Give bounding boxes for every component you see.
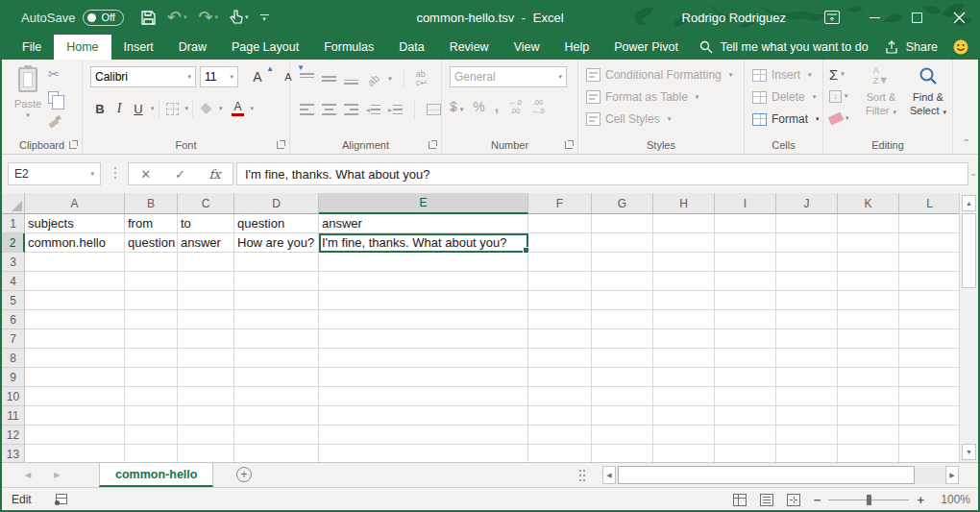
- ribbon-tab-data[interactable]: Data: [386, 35, 436, 60]
- cell-L8[interactable]: [899, 349, 959, 368]
- select-all-corner[interactable]: [2, 193, 25, 214]
- close-button[interactable]: [938, 0, 980, 35]
- cell-J10[interactable]: [776, 387, 838, 406]
- cell-G2[interactable]: [592, 233, 653, 253]
- cell-J13[interactable]: [776, 445, 838, 462]
- cell-L2[interactable]: [899, 233, 959, 253]
- cell-I9[interactable]: [715, 368, 776, 387]
- cell-E6[interactable]: [319, 310, 528, 329]
- ribbon-tab-view[interactable]: View: [502, 35, 552, 60]
- customize-quick-access-button[interactable]: ▾: [255, 0, 275, 35]
- row-header-2[interactable]: 2: [2, 233, 25, 253]
- cell-K5[interactable]: [838, 291, 899, 310]
- cell-B1[interactable]: from: [125, 214, 178, 233]
- format-cells-button[interactable]: Format▾: [752, 110, 820, 129]
- cell-L5[interactable]: [899, 291, 959, 310]
- cell-H11[interactable]: [653, 406, 715, 426]
- cell-K7[interactable]: [838, 329, 899, 349]
- cell-H12[interactable]: [653, 426, 715, 445]
- cell-G1[interactable]: [592, 214, 653, 233]
- cell-J6[interactable]: [776, 310, 838, 329]
- cell-K9[interactable]: [838, 368, 899, 387]
- cell-K4[interactable]: [838, 272, 899, 291]
- cell-G10[interactable]: [592, 387, 653, 406]
- scroll-up-arrow-icon[interactable]: ▲: [962, 195, 976, 211]
- cell-H8[interactable]: [653, 349, 715, 368]
- cell-B13[interactable]: [125, 445, 178, 462]
- cell-F11[interactable]: [528, 406, 592, 426]
- cell-A5[interactable]: [25, 291, 125, 310]
- cell-C11[interactable]: [178, 406, 234, 426]
- cell-L3[interactable]: [899, 253, 959, 272]
- cell-B4[interactable]: [125, 272, 178, 291]
- cell-K13[interactable]: [838, 445, 899, 462]
- alignment-dialog-launcher[interactable]: [429, 140, 437, 149]
- ribbon-tab-page-layout[interactable]: Page Layout: [219, 35, 311, 60]
- column-header-G[interactable]: G: [592, 193, 653, 214]
- cell-I10[interactable]: [715, 387, 776, 406]
- name-box[interactable]: E2▾: [8, 162, 101, 185]
- cell-D13[interactable]: [234, 445, 319, 462]
- autosave-toggle[interactable]: Off: [83, 10, 123, 26]
- cell-L13[interactable]: [899, 445, 959, 462]
- cell-I13[interactable]: [715, 445, 776, 462]
- ribbon-tab-help[interactable]: Help: [552, 35, 602, 60]
- cell-J8[interactable]: [776, 349, 838, 368]
- cell-D6[interactable]: [234, 310, 319, 329]
- row-header-6[interactable]: 6: [2, 310, 25, 329]
- touch-mouse-mode-button[interactable]: ▾: [224, 0, 255, 35]
- cell-C10[interactable]: [178, 387, 234, 406]
- bottom-align-button[interactable]: [344, 73, 358, 85]
- cell-J9[interactable]: [776, 368, 838, 387]
- sheet-nav-right-icon[interactable]: ▶: [54, 471, 60, 479]
- cell-C7[interactable]: [178, 329, 234, 349]
- clipboard-dialog-launcher[interactable]: [69, 140, 78, 149]
- cell-D4[interactable]: [234, 272, 319, 291]
- macro-record-icon[interactable]: [56, 494, 67, 504]
- cell-J5[interactable]: [776, 291, 838, 310]
- cell-E8[interactable]: [319, 349, 528, 368]
- cell-D3[interactable]: [234, 253, 319, 272]
- column-header-C[interactable]: C: [178, 193, 234, 214]
- collapse-ribbon-button[interactable]: ⌃: [963, 137, 970, 148]
- cell-E4[interactable]: [319, 272, 528, 291]
- borders-dropdown-icon[interactable]: ▾: [185, 105, 189, 112]
- top-align-button[interactable]: [300, 73, 314, 85]
- number-dialog-launcher[interactable]: [565, 140, 574, 149]
- clear-button[interactable]: ▾: [829, 109, 849, 128]
- new-sheet-button[interactable]: +: [236, 467, 252, 482]
- tab-scroll-splitter[interactable]: [579, 470, 581, 472]
- cell-J4[interactable]: [776, 272, 838, 291]
- undo-dropdown-icon[interactable]: ▾: [184, 13, 187, 21]
- column-header-L[interactable]: L: [899, 193, 959, 214]
- cell-H3[interactable]: [653, 253, 715, 272]
- ribbon-tab-insert[interactable]: Insert: [111, 35, 166, 60]
- cell-A13[interactable]: [25, 445, 125, 462]
- cell-I2[interactable]: [715, 233, 776, 253]
- cell-I1[interactable]: [715, 214, 776, 233]
- cell-A12[interactable]: [25, 426, 125, 445]
- cell-A4[interactable]: [25, 272, 125, 291]
- format-painter-button[interactable]: [48, 111, 65, 129]
- cell-D8[interactable]: [234, 349, 319, 368]
- tell-me-search[interactable]: Tell me what you want to do: [692, 40, 875, 54]
- cell-B5[interactable]: [125, 291, 178, 310]
- cell-L9[interactable]: [899, 368, 959, 387]
- increase-decimal-button[interactable]: ←.0.00: [508, 98, 522, 115]
- merge-center-button[interactable]: [427, 104, 441, 115]
- cell-K12[interactable]: [838, 426, 899, 445]
- cell-B3[interactable]: [125, 253, 178, 272]
- cell-I3[interactable]: [715, 253, 776, 272]
- align-center-button[interactable]: [322, 104, 336, 115]
- ribbon-tab-power-pivot[interactable]: Power Pivot: [601, 35, 691, 60]
- copy-button[interactable]: ▾: [48, 88, 65, 106]
- cell-G3[interactable]: [592, 253, 653, 272]
- cell-G4[interactable]: [592, 272, 653, 291]
- undo-button[interactable]: ↶▾: [161, 0, 193, 35]
- cell-B8[interactable]: [125, 349, 178, 368]
- vertical-scrollbar-thumb[interactable]: [962, 213, 976, 288]
- cell-E11[interactable]: [319, 406, 528, 426]
- cell-C9[interactable]: [178, 368, 234, 387]
- cell-H7[interactable]: [653, 329, 715, 349]
- touch-mode-dropdown-icon[interactable]: ▾: [245, 13, 249, 21]
